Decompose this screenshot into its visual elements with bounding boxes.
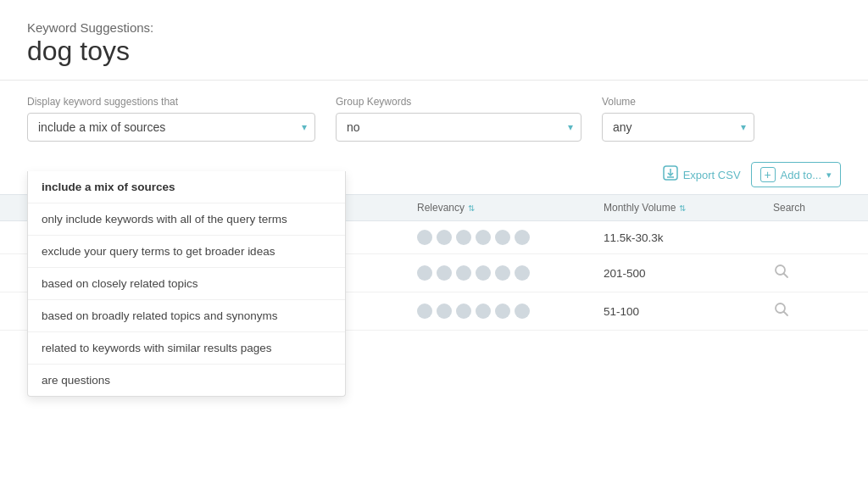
volume-cell: 11.5k-30.3k bbox=[604, 231, 773, 244]
dot-2 bbox=[437, 303, 452, 319]
header-title: dog toys bbox=[27, 36, 841, 66]
volume-filter-group: Volume any 0-10 11-50 51-100 101-500 501… bbox=[602, 96, 754, 142]
volume-filter-label: Volume bbox=[602, 96, 754, 108]
dropdown-item-4[interactable]: based on broadly related topics and syno… bbox=[28, 300, 345, 332]
dot-5 bbox=[495, 265, 510, 281]
th-search: Search bbox=[773, 202, 841, 214]
dot-1 bbox=[417, 265, 432, 281]
dot-3 bbox=[456, 265, 471, 281]
search-icon[interactable] bbox=[773, 306, 790, 320]
search-icon[interactable] bbox=[773, 268, 790, 282]
dropdown-item-2[interactable]: exclude your query terms to get broader … bbox=[28, 236, 345, 268]
svg-line-6 bbox=[784, 312, 788, 316]
add-label: Add to... bbox=[781, 169, 821, 181]
add-dropdown-caret: ▾ bbox=[826, 170, 832, 181]
dot-4 bbox=[476, 230, 491, 245]
relevancy-dots bbox=[417, 265, 604, 281]
svg-line-4 bbox=[784, 274, 788, 278]
export-label: Export CSV bbox=[683, 169, 741, 181]
dropdown-item-6[interactable]: are questions bbox=[28, 365, 345, 396]
dropdown-item-5[interactable]: related to keywords with similar results… bbox=[28, 332, 345, 365]
dot-1 bbox=[417, 303, 432, 319]
volume-cell: 51-100 bbox=[604, 305, 773, 318]
group-filter-label: Group Keywords bbox=[336, 96, 581, 108]
dropdown-item-3[interactable]: based on closely related topics bbox=[28, 268, 345, 300]
dot-6 bbox=[515, 230, 530, 245]
th-monthly-volume[interactable]: Monthly Volume ⇅ bbox=[604, 202, 773, 214]
filters-bar: Display keyword suggestions that include… bbox=[0, 81, 868, 142]
volume-select-wrapper: any 0-10 11-50 51-100 101-500 501-1k 1k+… bbox=[602, 113, 754, 142]
source-filter-label: Display keyword suggestions that bbox=[27, 96, 315, 108]
plus-icon: + bbox=[760, 167, 776, 182]
dot-4 bbox=[476, 265, 491, 281]
export-csv-button[interactable]: Export CSV bbox=[663, 165, 741, 184]
dropdown-item-1[interactable]: only include keywords with all of the qu… bbox=[28, 203, 345, 236]
dot-2 bbox=[437, 230, 452, 245]
source-filter-group: Display keyword suggestions that include… bbox=[27, 96, 315, 142]
relevancy-dots bbox=[417, 303, 604, 319]
dot-1 bbox=[417, 230, 432, 245]
relevancy-dots bbox=[417, 230, 604, 245]
relevancy-sort-icon: ⇅ bbox=[468, 203, 475, 213]
page-header: Keyword Suggestions: dog toys bbox=[0, 0, 868, 81]
dot-3 bbox=[456, 230, 471, 245]
source-dropdown: include a mix of sourcesonly include key… bbox=[27, 171, 346, 397]
source-select[interactable]: include a mix of sources only include ke… bbox=[27, 113, 315, 142]
dot-6 bbox=[515, 265, 530, 281]
dot-3 bbox=[456, 303, 471, 319]
dot-4 bbox=[476, 303, 491, 319]
volume-select[interactable]: any 0-10 11-50 51-100 101-500 501-1k 1k+ bbox=[602, 113, 754, 142]
th-relevancy[interactable]: Relevancy ⇅ bbox=[417, 202, 604, 214]
dropdown-item-0[interactable]: include a mix of sources bbox=[28, 171, 345, 203]
group-select-wrapper: no yes ▾ bbox=[336, 113, 581, 142]
dot-6 bbox=[515, 303, 530, 319]
source-select-wrapper: include a mix of sources only include ke… bbox=[27, 113, 315, 142]
volume-cell: 201-500 bbox=[604, 267, 773, 280]
group-filter-group: Group Keywords no yes ▾ bbox=[336, 96, 581, 142]
group-select[interactable]: no yes bbox=[336, 113, 581, 142]
add-to-button[interactable]: + Add to... ▾ bbox=[751, 162, 841, 187]
dot-5 bbox=[495, 230, 510, 245]
export-icon bbox=[663, 165, 678, 184]
volume-sort-icon: ⇅ bbox=[679, 203, 686, 213]
search-cell[interactable] bbox=[773, 263, 841, 283]
dot-2 bbox=[437, 265, 452, 281]
header-subtitle: Keyword Suggestions: bbox=[27, 20, 841, 35]
search-cell[interactable] bbox=[773, 301, 841, 321]
dot-5 bbox=[495, 303, 510, 319]
